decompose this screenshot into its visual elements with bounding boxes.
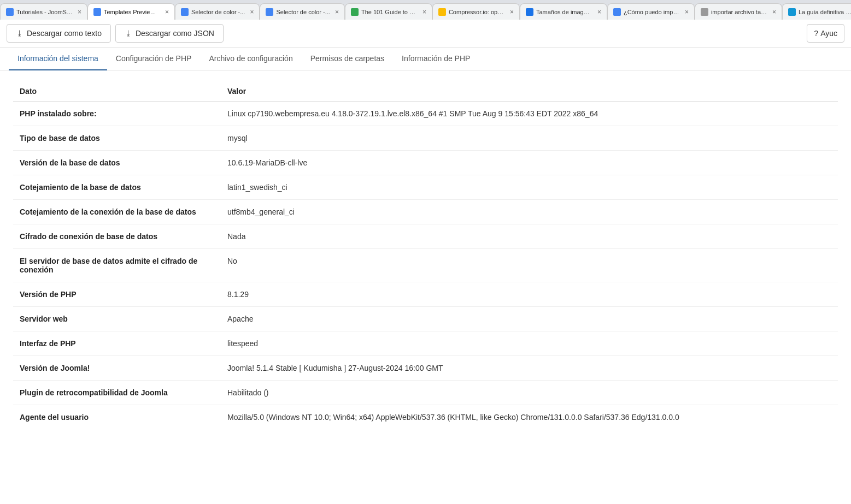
tab-close-tab2[interactable]: × [165, 8, 169, 16]
tab-label-tab9: importar archivo tak... [711, 9, 767, 15]
table-row: Interfaz de PHPlitespeed [13, 331, 838, 356]
system-info-table: Dato Valor PHP instalado sobre:Linux cp7… [13, 81, 838, 429]
table-cell-dato-12: Agente del usuario [13, 405, 221, 430]
tab-label-tab1: Tutoriales - JoomSh... [16, 9, 73, 15]
tab-favicon-tab1 [6, 8, 14, 16]
col-valor-header: Valor [221, 81, 838, 102]
tab-favicon-tab7 [526, 8, 533, 16]
tab-config-php[interactable]: Configuración de PHP [107, 48, 201, 70]
tab-close-tab7[interactable]: × [597, 8, 601, 16]
tab-favicon-tab3 [181, 8, 189, 16]
tab-close-tab3[interactable]: × [250, 8, 254, 16]
table-cell-valor-12: Mozilla/5.0 (Windows NT 10.0; Win64; x64… [221, 405, 838, 430]
table-cell-dato-4: Cotejamiento de la conexión de la base d… [13, 200, 221, 224]
tab-close-tab5[interactable]: × [422, 8, 426, 16]
tab-label-tab8: ¿Cómo puedo impo... [624, 9, 680, 15]
table-cell-dato-3: Cotejamiento de la base de datos [13, 175, 221, 200]
table-cell-dato-9: Interfaz de PHP [13, 331, 221, 356]
table-cell-dato-11: Plugin de retrocompatibilidad de Joomla [13, 381, 221, 405]
toolbar: ⭳ Descargar como texto ⭳ Descargar como … [0, 20, 851, 48]
table-cell-valor-3: latin1_swedish_ci [221, 175, 838, 200]
table-cell-dato-1: Tipo de base de datos [13, 126, 221, 151]
table-cell-valor-6: No [221, 249, 838, 282]
tab-favicon-tab4 [266, 8, 273, 16]
browser-tab-tab10[interactable]: La guía definitiva pa...× [782, 3, 851, 20]
table-cell-valor-2: 10.6.19-MariaDB-cll-lve [221, 151, 838, 175]
table-cell-dato-0: PHP instalado sobre: [13, 102, 221, 126]
tab-archivo-config[interactable]: Archivo de configuración [200, 48, 301, 70]
table-cell-dato-6: El servidor de base de datos admite el c… [13, 249, 221, 282]
table-cell-dato-2: Versión de la base de datos [13, 151, 221, 175]
tab-label-tab6: Compressor.io: opti... [449, 9, 505, 15]
table-row: Versión de la base de datos10.6.19-Maria… [13, 151, 838, 175]
download-json-label: Descargar como JSON [136, 29, 214, 38]
table-cell-dato-10: Versión de Joomla! [13, 356, 221, 381]
download-json-icon: ⭳ [125, 29, 132, 38]
table-cell-valor-11: Habilitado () [221, 381, 838, 405]
table-row: Plugin de retrocompatibilidad de JoomlaH… [13, 381, 838, 405]
tab-favicon-tab9 [701, 8, 708, 16]
tab-close-tab9[interactable]: × [772, 8, 776, 16]
tab-label-tab3: Selector de color -... [191, 9, 245, 15]
tab-favicon-tab2 [93, 8, 101, 16]
table-header-row: Dato Valor [13, 81, 838, 102]
table-row: Cotejamiento de la base de datoslatin1_s… [13, 175, 838, 200]
browser-tab-bar: Tutoriales - JoomSh...×Templates Preview… [0, 0, 851, 20]
tab-label-tab2: Templates Preview |... [104, 9, 160, 15]
browser-tab-tab4[interactable]: Selector de color -...× [260, 3, 344, 20]
tab-close-tab8[interactable]: × [685, 8, 689, 16]
table-row: Tipo de base de datosmysql [13, 126, 838, 151]
browser-tab-tab7[interactable]: Tamaños de imagen...× [520, 3, 607, 20]
table-cell-valor-1: mysql [221, 126, 838, 151]
table-cell-valor-7: 8.1.29 [221, 282, 838, 307]
table-row: Agente del usuarioMozilla/5.0 (Windows N… [13, 405, 838, 430]
table-cell-valor-8: Apache [221, 307, 838, 331]
tab-favicon-tab5 [351, 8, 359, 16]
table-cell-dato-7: Versión de PHP [13, 282, 221, 307]
table-row: Versión de Joomla!Joomla! 5.1.4 Stable [… [13, 356, 838, 381]
tab-label-tab7: Tamaños de imagen... [536, 9, 592, 15]
help-icon: ? [814, 29, 818, 38]
download-text-button[interactable]: ⭳ Descargar como texto [7, 24, 111, 43]
tabs-navigation: Información del sistema Configuración de… [0, 48, 851, 70]
tab-info-php[interactable]: Información de PHP [393, 48, 479, 70]
table-cell-valor-9: litespeed [221, 331, 838, 356]
browser-tab-tab1[interactable]: Tutoriales - JoomSh...× [0, 3, 87, 20]
table-cell-valor-5: Nada [221, 224, 838, 249]
tab-label-tab4: Selector de color -... [276, 9, 330, 15]
browser-tab-tab3[interactable]: Selector de color -...× [175, 3, 260, 20]
table-row: El servidor de base de datos admite el c… [13, 249, 838, 282]
table-cell-dato-8: Servidor web [13, 307, 221, 331]
table-cell-valor-10: Joomla! 5.1.4 Stable [ Kudumisha ] 27-Au… [221, 356, 838, 381]
tab-favicon-tab6 [438, 8, 446, 16]
tab-close-tab6[interactable]: × [510, 8, 514, 16]
browser-tab-tab5[interactable]: The 101 Guide to Cr...× [345, 3, 432, 20]
tab-label-tab10: La guía definitiva pa... [799, 9, 851, 15]
col-dato-header: Dato [13, 81, 221, 102]
tab-label-tab5: The 101 Guide to Cr... [361, 9, 418, 15]
browser-tab-tab9[interactable]: importar archivo tak...× [695, 3, 782, 20]
tab-close-tab1[interactable]: × [78, 8, 81, 16]
browser-tab-tab6[interactable]: Compressor.io: opti...× [432, 3, 520, 20]
main-content: Dato Valor PHP instalado sobre:Linux cp7… [0, 70, 851, 440]
table-cell-valor-0: Linux cp7190.webempresa.eu 4.18.0-372.19… [221, 102, 838, 126]
tab-permisos[interactable]: Permisos de carpetas [302, 48, 393, 70]
table-row: Versión de PHP8.1.29 [13, 282, 838, 307]
table-cell-valor-4: utf8mb4_general_ci [221, 200, 838, 224]
help-label: Ayuc [820, 29, 837, 38]
tab-info-sistema[interactable]: Información del sistema [9, 48, 107, 70]
help-button[interactable]: ? Ayuc [807, 24, 844, 43]
tab-close-tab4[interactable]: × [335, 8, 339, 16]
table-row: Cifrado de conexión de base de datosNada [13, 224, 838, 249]
table-row: Servidor webApache [13, 307, 838, 331]
browser-tab-tab2[interactable]: Templates Preview |...× [87, 3, 175, 20]
download-icon: ⭳ [16, 29, 24, 38]
browser-tab-tab8[interactable]: ¿Cómo puedo impo...× [607, 3, 695, 20]
table-row: Cotejamiento de la conexión de la base d… [13, 200, 838, 224]
download-text-label: Descargar como texto [27, 29, 102, 38]
table-row: PHP instalado sobre:Linux cp7190.webempr… [13, 102, 838, 126]
tab-favicon-tab8 [613, 8, 621, 16]
table-cell-dato-5: Cifrado de conexión de base de datos [13, 224, 221, 249]
download-json-button[interactable]: ⭳ Descargar como JSON [115, 24, 224, 43]
tab-favicon-tab10 [788, 8, 796, 16]
